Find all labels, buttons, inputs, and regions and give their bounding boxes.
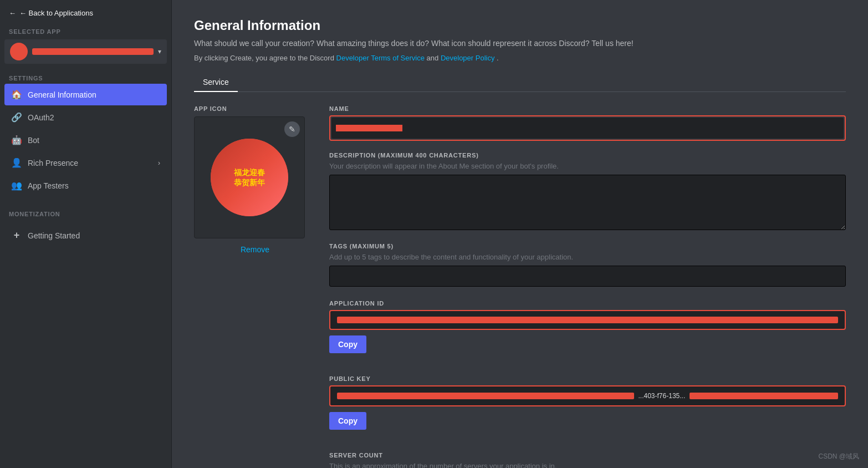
settings-section-label: SETTINGS — [0, 70, 171, 84]
avatar — [10, 43, 28, 60]
sidebar-item-label: General Information — [28, 90, 96, 99]
icon-chinese-text: 福龙迎春恭贺新年 — [234, 167, 265, 187]
selected-app-row[interactable]: ▾ — [4, 39, 167, 64]
tab-service[interactable]: Service — [194, 73, 238, 92]
page-subtitle: What should we call your creation? What … — [194, 38, 846, 49]
copy-public-key-button[interactable]: Copy — [329, 412, 366, 430]
selected-app-section-label: SELECTED APP — [0, 24, 171, 37]
icon-upload-box[interactable]: 福龙迎春恭贺新年 ✎ — [194, 116, 305, 238]
tab-bar: Service — [194, 73, 846, 92]
sidebar-item-general-information[interactable]: 🏠 General Information — [4, 84, 167, 105]
app-name-redacted — [32, 48, 154, 55]
chevron-right-icon: › — [158, 159, 160, 167]
server-count-hint: This is an approximation of the number o… — [329, 462, 846, 468]
public-key-section: PUBLIC KEY ...403-f76-135... Copy — [329, 375, 846, 441]
description-hint: Your description will appear in the Abou… — [329, 162, 846, 170]
form-layout: APP ICON 福龙迎春恭贺新年 ✎ Remove NAME — [194, 105, 846, 468]
sidebar-item-app-testers[interactable]: 👥 App Testers — [4, 175, 167, 196]
name-field-container — [329, 115, 846, 141]
sidebar-item-getting-started[interactable]: + Getting Started — [4, 224, 167, 247]
copy-app-id-button[interactable]: Copy — [329, 335, 366, 353]
public-key-box: ...403-f76-135... — [329, 385, 846, 406]
name-label: NAME — [329, 105, 846, 112]
tos-link1[interactable]: Developer Terms of Service — [336, 54, 425, 62]
icon-circle: 福龙迎春恭贺新年 — [211, 139, 288, 216]
watermark: CSDN @域风 — [818, 452, 859, 461]
back-to-applications-link[interactable]: ← ← Back to Applications — [0, 0, 171, 24]
server-count-section: SERVER COUNT This is an approximation of… — [329, 452, 846, 468]
tags-form-group: TAGS (MAXIMUM 5) Add up to 5 tags to des… — [329, 243, 846, 287]
link-icon: 🔗 — [11, 112, 22, 123]
app-id-label: APPLICATION ID — [329, 300, 846, 307]
sidebar-item-label: Getting Started — [28, 231, 80, 240]
server-count-label: SERVER COUNT — [329, 452, 846, 459]
form-fields: NAME DESCRIPTION (MAXIMUM 400 CHARACTERS… — [329, 105, 846, 468]
public-key-label: PUBLIC KEY — [329, 375, 846, 382]
home-icon: 🏠 — [11, 89, 22, 100]
sidebar: ← ← Back to Applications SELECTED APP ▾ … — [0, 0, 172, 468]
public-key-redacted-end — [690, 393, 838, 399]
remove-icon-link[interactable]: Remove — [194, 245, 316, 254]
tos-text: By clicking Create, you agree to the Dis… — [194, 54, 846, 62]
tags-input[interactable] — [329, 266, 846, 287]
description-label: DESCRIPTION (MAXIMUM 400 CHARACTERS) — [329, 152, 846, 159]
app-id-redacted — [337, 317, 838, 323]
sidebar-item-oauth2[interactable]: 🔗 OAuth2 — [4, 106, 167, 128]
sidebar-item-label: OAuth2 — [28, 113, 54, 122]
sidebar-item-label: Bot — [28, 136, 39, 145]
name-input[interactable] — [331, 118, 844, 139]
tags-hint: Add up to 5 tags to describe the content… — [329, 253, 846, 261]
chevron-down-icon: ▾ — [158, 48, 161, 55]
sidebar-item-label: App Testers — [28, 181, 69, 190]
plus-icon: + — [11, 230, 22, 241]
app-id-box — [329, 310, 846, 330]
users-icon: 👥 — [11, 180, 22, 191]
sidebar-item-bot[interactable]: 🤖 Bot — [4, 129, 167, 151]
icon-edit-button[interactable]: ✎ — [284, 121, 300, 137]
public-key-partial: ...403-f76-135... — [639, 392, 686, 400]
monetization-section: + Getting Started — [0, 224, 171, 248]
sidebar-item-label: Rich Presence — [28, 159, 78, 167]
person-icon: 👤 — [11, 157, 22, 168]
settings-section: 🏠 General Information 🔗 OAuth2 🤖 Bot 👤 R… — [0, 84, 171, 197]
back-arrow-icon: ← — [9, 9, 16, 17]
name-form-group: NAME — [329, 105, 846, 141]
app-id-section: APPLICATION ID Copy — [329, 300, 846, 364]
main-content: General Information What should we call … — [172, 0, 868, 468]
app-icon-section: APP ICON 福龙迎春恭贺新年 ✎ Remove — [194, 105, 316, 254]
tags-label: TAGS (MAXIMUM 5) — [329, 243, 846, 250]
sidebar-item-rich-presence[interactable]: 👤 Rich Presence › — [4, 152, 167, 174]
bot-icon: 🤖 — [11, 135, 22, 145]
edit-icon: ✎ — [289, 125, 295, 134]
page-title: General Information — [194, 18, 846, 33]
tos-link2[interactable]: Developer Policy — [441, 54, 495, 62]
app-icon-label: APP ICON — [194, 105, 316, 112]
monetization-section-label: MONETIZATION — [0, 206, 171, 220]
description-form-group: DESCRIPTION (MAXIMUM 400 CHARACTERS) You… — [329, 152, 846, 232]
back-label: ← Back to Applications — [19, 9, 93, 17]
description-textarea[interactable] — [329, 175, 846, 230]
public-key-redacted — [337, 393, 634, 399]
icon-circle-inner: 福龙迎春恭贺新年 — [211, 139, 288, 216]
selected-app-area: ▾ — [0, 37, 171, 70]
